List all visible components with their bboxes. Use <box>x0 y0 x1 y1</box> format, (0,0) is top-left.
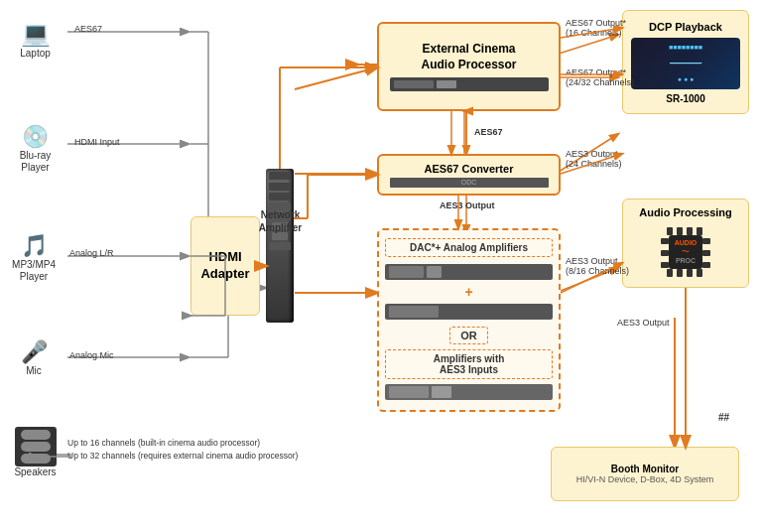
bluray-label: Blu-rayPlayer <box>20 150 52 174</box>
mic-label: Mic <box>26 365 42 376</box>
aes67-2432ch-label: AES67 Output*(24/32 Channels) <box>566 67 634 87</box>
aes67-16ch-label: AES67 Output*(16 Channels) <box>566 18 626 38</box>
hdmi-adapter-box: HDMIAdapter <box>190 216 260 316</box>
laptop-device: 💻 Laptop <box>8 12 63 66</box>
svg-line-8 <box>556 35 618 55</box>
rack-unit-2 <box>385 304 553 320</box>
bluray-icon: 💿 <box>22 124 49 150</box>
laptop-hdmi-label: AES67 <box>74 24 102 34</box>
svg-line-5 <box>295 67 377 89</box>
mp3-icon: 🎵 <box>21 233 48 259</box>
hash-label: ## <box>718 412 729 423</box>
rack-unit-1 <box>385 264 553 280</box>
plus-symbol: + <box>464 284 472 300</box>
or-label: OR <box>449 327 488 344</box>
speakers-note2: Up to 32 channels (requires external cin… <box>67 450 325 463</box>
booth-monitor-sublabel: HI/VI-N Device, D-Box, 4D System <box>576 474 714 484</box>
speakers-label: Speakers <box>14 466 56 477</box>
sr1000-label: SR-1000 <box>666 93 704 104</box>
dac-amplifiers-label: DAC*+ Analog Amplifiers <box>385 238 553 257</box>
speakers-device: Speakers <box>8 425 63 479</box>
aes3-816ch-label: AES3 Output(8/16 Channels) <box>566 256 629 276</box>
booth-monitor-box: Booth Monitor HI/VI-N Device, D-Box, 4D … <box>551 447 739 501</box>
laptop-icon: 💻 <box>21 20 51 48</box>
network-amplifier-label: Network Amplifier Network Amplifier <box>253 208 308 234</box>
amplifiers-aes3-label: Amplifiers withAES3 Inputs <box>385 349 553 379</box>
speakers-notes: Up to 16 channels (built-in cinema audio… <box>67 437 325 463</box>
audio-processing-box: Audio Processing <box>622 199 749 288</box>
bluray-hdmi-label: HDMI Input <box>74 137 120 147</box>
booth-monitor-label: Booth Monitor <box>611 464 679 474</box>
external-cinema-label: External CinemaAudio Processor <box>421 42 516 72</box>
aes3-output-label: AES3 Output <box>440 200 495 210</box>
external-cinema-box: External CinemaAudio Processor <box>377 22 561 111</box>
mic-device: 🎤 Mic <box>14 335 54 380</box>
dcp-playback-box: DCP Playback ■■■■■■■■ ━━━━━━━━ ● ● ● SR-… <box>622 10 749 114</box>
speakers-note1: Up to 16 channels (built-in cinema audio… <box>67 437 325 450</box>
sr1000-unit: ■■■■■■■■ ━━━━━━━━ ● ● ● <box>631 38 740 89</box>
analog-lr-label: Analog L/R <box>69 248 114 258</box>
aes3-24ch-label: AES3 Output(24 Channels) <box>566 149 622 169</box>
system-diagram: 💻 Laptop AES67 💿 Blu-rayPlayer HDMI Inpu… <box>0 0 762 532</box>
aes67-converter-box: AES67 Converter ODC <box>377 154 561 196</box>
mp3-device: 🎵 MP3/MP4Player <box>4 230 64 285</box>
bluray-device: 💿 Blu-rayPlayer <box>8 121 63 176</box>
aes67-converter-label: AES67 Converter <box>425 163 514 175</box>
aes3-output-right-label: AES3 Output <box>617 318 670 328</box>
dac-amplifiers-container: DAC*+ Analog Amplifiers + OR Amplifiers … <box>377 228 561 412</box>
network-amplifier-unit <box>266 169 294 323</box>
chip-container: AUDIO 〜 PROC <box>657 223 714 281</box>
chip-body: AUDIO 〜 PROC <box>669 235 702 269</box>
hdmi-adapter-label: HDMIAdapter <box>200 249 249 283</box>
mic-icon: 🎤 <box>21 339 48 365</box>
mp3-label: MP3/MP4Player <box>12 259 56 283</box>
laptop-label: Laptop <box>20 48 51 59</box>
audio-processing-label: Audio Processing <box>639 206 732 218</box>
aes67-mid-label: AES67 <box>474 127 503 137</box>
analog-mic-label: Analog Mic <box>69 350 114 360</box>
rack-unit-3 <box>385 384 553 400</box>
speakers-icon <box>15 427 57 466</box>
dcp-playback-label: DCP Playback <box>649 21 722 33</box>
